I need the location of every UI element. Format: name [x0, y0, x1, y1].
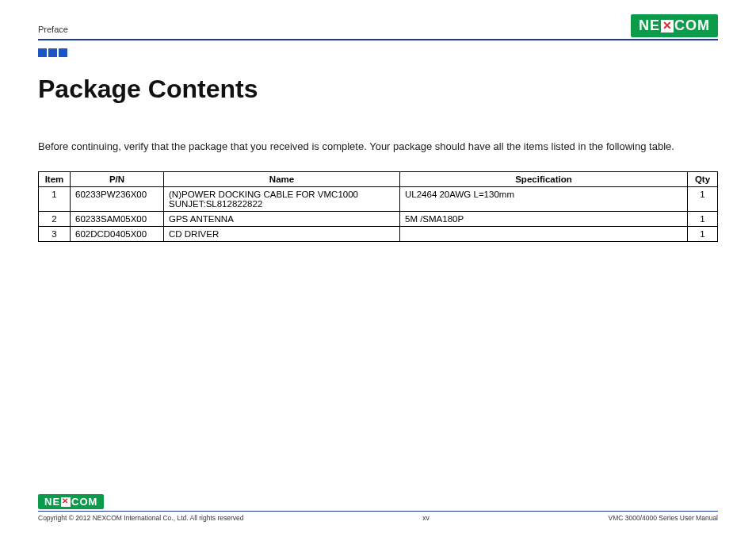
cell-item: 3 [39, 227, 71, 242]
logo-text-right: COM [674, 17, 710, 34]
cell-spec [400, 227, 688, 242]
table-row: 2 60233SAM05X00 GPS ANTENNA 5M /SMA180P … [39, 212, 718, 227]
logo-x-icon [61, 497, 71, 507]
footer-divider [38, 511, 718, 512]
table-row: 3 602DCD0405X00 CD DRIVER 1 [39, 227, 718, 242]
package-contents-table: Item P/N Name Specification Qty 1 60233P… [38, 171, 718, 242]
copyright-text: Copyright © 2012 NEXCOM International Co… [38, 514, 244, 522]
decorative-squares [38, 48, 718, 57]
header-divider [38, 39, 718, 40]
cell-item: 1 [39, 187, 71, 212]
logo-x-icon [661, 20, 674, 33]
footer-brand-logo: NECOM [38, 494, 104, 509]
th-spec: Specification [400, 172, 688, 187]
cell-qty: 1 [688, 227, 718, 242]
page-number: xv [422, 514, 430, 522]
cell-name: GPS ANTENNA [164, 212, 400, 227]
cell-name: CD DRIVER [164, 227, 400, 242]
cell-item: 2 [39, 212, 71, 227]
intro-text: Before continuing, verify that the packa… [38, 140, 718, 152]
th-name: Name [164, 172, 400, 187]
cell-qty: 1 [688, 187, 718, 212]
th-pn: P/N [71, 172, 164, 187]
cell-spec: 5M /SMA180P [400, 212, 688, 227]
document-title: VMC 3000/4000 Series User Manual [609, 514, 718, 522]
cell-pn: 60233SAM05X00 [71, 212, 164, 227]
logo-text-right: COM [71, 496, 97, 508]
table-row: 1 60233PW236X00 (N)POWER DOCKING CABLE F… [39, 187, 718, 212]
th-qty: Qty [688, 172, 718, 187]
cell-spec: UL2464 20AWG L=130mm [400, 187, 688, 212]
cell-name: (N)POWER DOCKING CABLE FOR VMC1000 SUNJE… [164, 187, 400, 212]
table-header-row: Item P/N Name Specification Qty [39, 172, 718, 187]
logo-text-left: NE [639, 17, 660, 34]
cell-pn: 602DCD0405X00 [71, 227, 164, 242]
cell-qty: 1 [688, 212, 718, 227]
logo-text-left: NE [44, 496, 60, 508]
brand-logo: NECOM [631, 14, 718, 37]
th-item: Item [39, 172, 71, 187]
cell-pn: 60233PW236X00 [71, 187, 164, 212]
page-title: Package Contents [38, 75, 718, 104]
section-label: Preface [38, 25, 68, 37]
